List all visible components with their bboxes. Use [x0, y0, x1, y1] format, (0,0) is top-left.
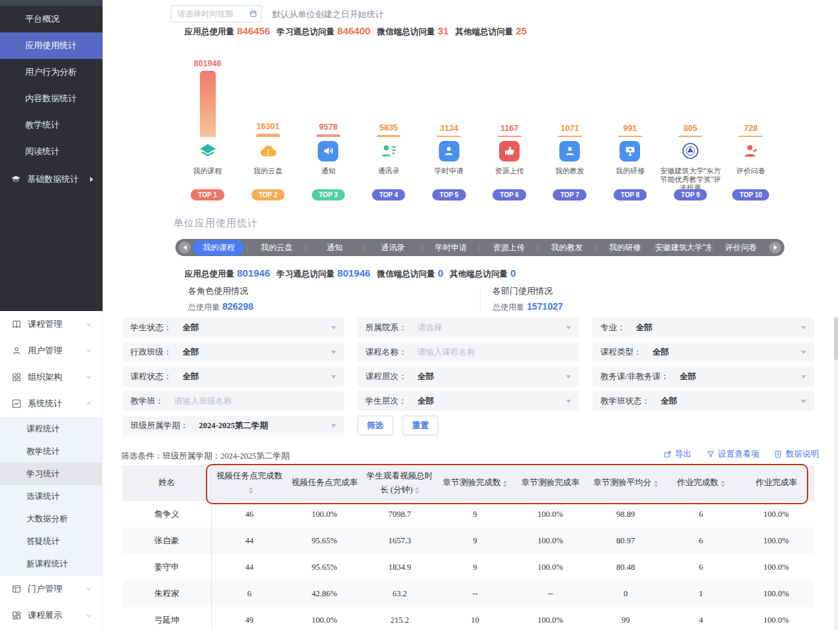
learning-stats-table: 姓名视频任务点完成数视频任务点完成率学生观看视频总时长 (分钟)章节测验完成数章…	[122, 465, 814, 630]
sidebar-item[interactable]: 阅读统计	[0, 138, 103, 165]
panel-total: 总使用量826298	[188, 301, 254, 313]
sidebar-group[interactable]: 门户管理	[0, 576, 102, 602]
tab[interactable]: 通知	[306, 242, 363, 253]
filter-button[interactable]: 筛选	[357, 416, 393, 435]
app-icon[interactable]	[379, 142, 398, 160]
sidebar-subitem[interactable]: 答疑统计	[0, 530, 102, 553]
sort-icon[interactable]	[654, 480, 658, 487]
filter-field[interactable]: 教务课/非教务课：全部	[592, 367, 814, 386]
sidebar-subitem[interactable]: 大数据分析	[0, 508, 102, 530]
app-icon[interactable]	[620, 141, 640, 161]
tab[interactable]: 安徽建筑大学"东	[655, 242, 712, 253]
app-icon[interactable]	[199, 142, 217, 160]
sort-icon[interactable]	[249, 487, 253, 494]
chart-bar[interactable]	[256, 134, 280, 137]
tab[interactable]: 资源上传	[481, 242, 537, 253]
toolbar-action[interactable]: 设置查看项	[706, 449, 760, 460]
filter-label: 教学班：	[130, 396, 163, 407]
funnel-icon	[706, 450, 715, 459]
date-range-picker[interactable]	[171, 5, 262, 22]
table-cell: 95.65%	[287, 554, 362, 580]
filter-field[interactable]: 专业：全部	[592, 318, 814, 338]
metric-value: 846456	[237, 25, 270, 36]
filter-field[interactable]: 课程状态：全部	[122, 367, 344, 386]
reset-button[interactable]: 重置	[402, 416, 438, 435]
app-icon[interactable]	[259, 142, 277, 160]
sidebar-subitem[interactable]: 选课统计	[0, 485, 102, 508]
filter-field[interactable]: 教学班：请输入班级名称	[122, 391, 344, 411]
column-header-label: 姓名	[159, 478, 175, 487]
sidebar-subitem[interactable]: 课程统计	[0, 418, 102, 440]
sidebar-subitem[interactable]: 新课程统计	[0, 553, 102, 575]
app-icon[interactable]	[499, 141, 520, 161]
column-header[interactable]: 章节测验完成数	[438, 465, 513, 501]
tab[interactable]: 我的教发	[539, 242, 595, 253]
sort-icon[interactable]	[503, 480, 507, 487]
table-cell: 弓延坤	[122, 607, 212, 630]
tab[interactable]: 通讯录	[365, 242, 421, 253]
toolbar-action[interactable]: 导出	[663, 449, 692, 460]
sidebar-item[interactable]: 教学统计	[0, 112, 103, 138]
sidebar-item-basic-data[interactable]: 基础数据统计	[0, 166, 103, 193]
app-icon[interactable]	[318, 141, 338, 161]
filter-field[interactable]: 课程类型：全部	[592, 342, 814, 362]
table-cell: 100.0%	[739, 580, 814, 607]
chart-bar[interactable]	[377, 135, 400, 137]
filter-field[interactable]: 行政班级：全部	[122, 342, 344, 362]
filter-field[interactable]: 学生状态：全部	[122, 318, 344, 338]
sidebar-group[interactable]: 组织架构	[0, 364, 102, 390]
filter-field[interactable]: 教学班状态：全部	[592, 391, 814, 411]
chart-bar[interactable]	[316, 134, 340, 137]
sidebar-item[interactable]: 内容数据统计	[0, 85, 103, 112]
sidebar-subitem[interactable]: 教学统计	[0, 440, 102, 463]
tab[interactable]: 我的云盘	[249, 242, 305, 253]
table-cell: 姜守申	[122, 554, 212, 580]
column-header-label: 作业完成率	[755, 478, 797, 487]
sort-icon[interactable]	[721, 480, 725, 487]
filter-field[interactable]: 课程名称：请输入课程名称	[357, 342, 579, 362]
sidebar-group[interactable]: 课程管理	[0, 311, 102, 338]
table-cell: 215.2	[362, 607, 438, 630]
filter-field[interactable]: 班级所属学期：2024-2025第二学期	[122, 416, 344, 435]
display-icon	[11, 610, 22, 621]
scrollbar-thumb[interactable]	[834, 318, 838, 360]
tab-scroll-right-button[interactable]	[769, 242, 781, 253]
filter-field[interactable]: 所属院系：请选择	[357, 318, 579, 338]
column-header[interactable]: 章节测验平均分	[588, 465, 663, 501]
chart-column: 9578通知TOP 3	[298, 58, 358, 201]
filter-field[interactable]: 学生层次：全部	[357, 391, 579, 411]
tab-scroll-left-button[interactable]	[179, 242, 191, 253]
org-icon	[11, 372, 22, 382]
sort-icon[interactable]	[415, 487, 419, 494]
table-cell: 6	[663, 554, 739, 580]
tab[interactable]: 我的研修	[597, 242, 653, 253]
sidebar-item[interactable]: 用户行为分析	[0, 59, 103, 85]
column-header[interactable]: 作业完成数	[663, 465, 739, 501]
sidebar-group[interactable]: 课程展示	[0, 602, 102, 629]
panel-total-label: 总使用量	[188, 302, 220, 312]
sidebar-subitem[interactable]: 学习统计	[0, 463, 102, 485]
role-usage-panel: 各角色使用情况 总使用量826298	[188, 285, 254, 313]
toolbar-action[interactable]: 数据说明	[774, 449, 819, 460]
app-icon[interactable]	[559, 141, 580, 161]
metric-label: 应用总使用量	[185, 26, 234, 38]
chart-bar[interactable]	[678, 136, 702, 137]
sidebar-group[interactable]: 系统统计	[0, 390, 102, 417]
column-header[interactable]: 学生观看视频总时长 (分钟)	[362, 465, 438, 501]
column-header[interactable]: 视频任务点完成数	[212, 465, 287, 501]
table-cell: 95.65%	[287, 527, 362, 554]
table-cell: 100.0%	[513, 527, 588, 554]
chart-bar[interactable]	[200, 71, 216, 137]
sidebar-group[interactable]: 用户管理	[0, 338, 102, 364]
app-icon[interactable]	[741, 142, 760, 160]
sidebar-item[interactable]: 平台概况	[0, 6, 103, 32]
scrollbar-track[interactable]	[834, 316, 838, 630]
chart-app-name: 学时申请	[417, 167, 481, 187]
filter-field[interactable]: 课程层次：全部	[357, 367, 579, 386]
tab[interactable]: 学时申请	[423, 242, 479, 253]
tab[interactable]: 评价问卷	[713, 242, 769, 253]
app-icon[interactable]	[439, 141, 459, 161]
sidebar-item[interactable]: 应用使用统计	[0, 32, 103, 59]
app-icon[interactable]	[681, 142, 700, 160]
tab[interactable]: 我的课程	[191, 240, 247, 255]
